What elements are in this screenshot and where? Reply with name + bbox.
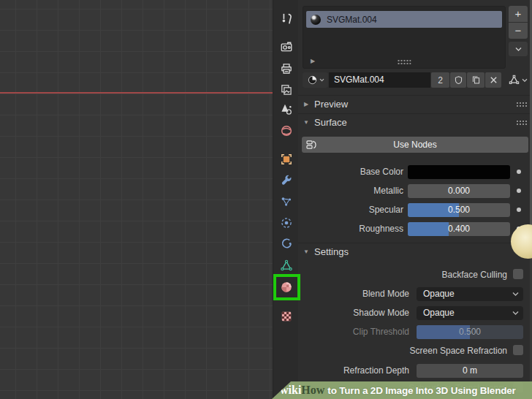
refraction-depth-label: Refraction Depth xyxy=(298,365,409,376)
tab-world[interactable] xyxy=(273,120,299,141)
use-nodes-label: Use Nodes xyxy=(302,137,528,153)
preview-section-header[interactable]: ▶ Preview xyxy=(298,95,532,112)
tab-scene[interactable] xyxy=(273,99,299,120)
object-square-icon xyxy=(280,153,293,166)
clip-threshold-label: Clip Threshold xyxy=(298,327,409,337)
chevron-down-icon xyxy=(512,292,519,297)
properties-tab-bar xyxy=(273,0,298,399)
texture-checker-icon xyxy=(280,310,293,323)
material-slot-sphere-icon xyxy=(311,15,321,25)
screen-space-refraction-checkbox[interactable] xyxy=(513,345,523,355)
use-nodes-button[interactable]: Use Nodes xyxy=(302,137,528,153)
roughness-value: 0.400 xyxy=(408,222,510,236)
tab-particles[interactable] xyxy=(273,191,299,212)
close-icon xyxy=(490,76,498,84)
viewport-3d[interactable] xyxy=(0,0,273,399)
material-sphere-icon xyxy=(280,281,293,294)
tab-view-layer[interactable] xyxy=(273,79,299,100)
chevron-down-icon xyxy=(515,47,522,52)
scene-icon xyxy=(280,103,293,116)
surface-section-label: Surface xyxy=(314,117,347,128)
globe-icon xyxy=(280,124,293,137)
roughness-label: Roughness xyxy=(298,224,403,234)
surface-section-header[interactable]: ▼ Surface xyxy=(298,113,532,130)
add-slot-button[interactable]: + xyxy=(509,6,528,22)
tab-material[interactable] xyxy=(273,276,299,297)
expanded-arrow-icon: ▼ xyxy=(298,248,314,255)
tool-icon xyxy=(280,12,293,26)
backface-culling-label: Backface Culling xyxy=(298,270,507,280)
settings-section-label: Settings xyxy=(314,246,349,257)
particles-icon xyxy=(280,195,293,208)
tab-tool[interactable] xyxy=(273,8,299,29)
fake-user-button[interactable] xyxy=(450,72,466,88)
node-triangle-icon xyxy=(508,74,520,86)
blend-mode-dropdown[interactable]: Opaque xyxy=(417,287,523,301)
image-stack-icon xyxy=(280,83,293,96)
link-material-menu[interactable] xyxy=(508,72,528,88)
section-drag-grip[interactable] xyxy=(516,102,527,107)
tab-constraints[interactable] xyxy=(273,233,299,254)
chevron-down-icon xyxy=(522,78,528,83)
shield-icon xyxy=(454,75,463,85)
users-count-button[interactable]: 2 xyxy=(431,72,449,88)
backface-culling-checkbox[interactable] xyxy=(513,269,523,279)
specular-slider[interactable]: 0.500 xyxy=(408,203,510,217)
remove-slot-button[interactable]: − xyxy=(509,23,528,39)
unlink-material-button[interactable] xyxy=(485,72,501,88)
expanded-arrow-icon: ▼ xyxy=(298,119,314,126)
refraction-depth-field[interactable]: 0 m xyxy=(417,364,523,378)
new-material-button[interactable] xyxy=(467,72,484,88)
nodes-icon xyxy=(305,139,317,151)
material-slot-name: SVGMat.004 xyxy=(327,15,377,25)
base-color-swatch[interactable] xyxy=(408,165,510,179)
metallic-value: 0.000 xyxy=(408,184,510,198)
watermark-how: How xyxy=(301,384,324,397)
material-properties-panel: SVGMat.004 ▶ + − SVGMat.004 2 ▶ Prev xyxy=(298,0,532,399)
settings-section-header[interactable]: ▼ Settings xyxy=(298,243,532,259)
chevron-down-icon xyxy=(319,78,324,82)
tab-physics[interactable] xyxy=(273,212,299,233)
viewport-x-axis-line xyxy=(0,92,273,94)
watermark-bar: wikiHow to Turn a 2D Image Into 3D Using… xyxy=(272,381,532,399)
shadow-mode-dropdown[interactable]: Opaque xyxy=(417,306,523,320)
browse-material-button[interactable] xyxy=(303,72,328,88)
clip-threshold-value: 0.500 xyxy=(417,325,523,339)
tab-modifiers[interactable] xyxy=(273,170,299,191)
camera-icon xyxy=(280,40,293,53)
copy-icon xyxy=(471,75,481,85)
printer-icon xyxy=(280,62,293,75)
slot-list-resize-grip[interactable] xyxy=(398,59,411,65)
watermark-title: to Turn a 2D Image Into 3D Using Blender xyxy=(327,385,515,396)
preview-section-label: Preview xyxy=(314,99,348,110)
wrench-icon xyxy=(280,174,293,187)
shadow-mode-value: Opaque xyxy=(417,306,523,320)
tab-output[interactable] xyxy=(273,58,299,79)
constraint-icon xyxy=(280,238,293,251)
screen-space-refraction-label: Screen Space Refraction xyxy=(298,346,507,356)
clip-threshold-slider: 0.500 xyxy=(417,325,523,339)
tab-texture[interactable] xyxy=(273,305,299,327)
chevron-down-icon xyxy=(512,311,519,316)
metallic-label: Metallic xyxy=(298,186,403,196)
metallic-slider[interactable]: 0.000 xyxy=(408,184,510,198)
section-drag-grip[interactable] xyxy=(516,120,527,126)
tab-object[interactable] xyxy=(273,148,299,170)
keyframe-decorator-dot[interactable] xyxy=(517,189,521,193)
blend-mode-label: Blend Mode xyxy=(298,289,409,299)
specular-label: Specular xyxy=(298,205,403,215)
tab-object-data[interactable] xyxy=(273,254,299,276)
slot-specials-menu-button[interactable] xyxy=(509,42,528,56)
physics-icon xyxy=(280,216,293,229)
base-color-label: Base Color xyxy=(298,167,403,177)
blend-mode-value: Opaque xyxy=(417,287,523,301)
shadow-mode-label: Shadow Mode xyxy=(298,308,409,318)
material-name-field[interactable]: SVGMat.004 xyxy=(329,72,430,88)
material-slot-selected[interactable]: SVGMat.004 xyxy=(306,11,502,28)
keyframe-decorator-dot[interactable] xyxy=(517,170,521,174)
slot-list-expand-icon[interactable]: ▶ xyxy=(311,58,315,64)
keyframe-decorator-dot[interactable] xyxy=(517,208,521,212)
tab-render[interactable] xyxy=(273,36,299,57)
material-slot-list[interactable]: SVGMat.004 ▶ xyxy=(303,6,506,69)
roughness-slider[interactable]: 0.400 xyxy=(408,222,510,236)
